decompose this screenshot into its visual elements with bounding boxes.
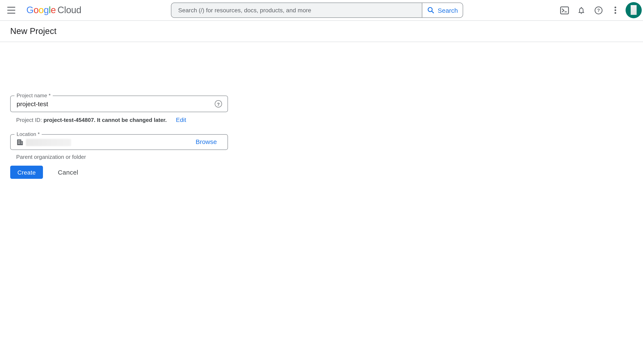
page-title-bar: New Project — [0, 21, 643, 42]
cancel-button[interactable]: Cancel — [54, 166, 83, 178]
browse-location-link[interactable]: Browse — [196, 138, 217, 145]
project-id-prefix: Project ID: — [16, 117, 44, 123]
project-id-line: Project ID: project-test-454807. It cann… — [16, 116, 186, 123]
cloud-shell-terminal-icon[interactable] — [556, 2, 573, 19]
app-header: GoogleCloud Search ? — [0, 0, 643, 21]
more-vert-icon[interactable] — [607, 2, 624, 19]
page-title: New Project — [10, 26, 57, 36]
search-icon — [427, 6, 435, 14]
svg-text:?: ? — [597, 8, 600, 13]
avatar-image — [631, 5, 637, 15]
header-search: Search — [171, 2, 463, 18]
menu-icon[interactable] — [7, 6, 17, 14]
location-value-redacted — [26, 139, 71, 146]
organization-building-icon — [16, 138, 24, 148]
location-label: Location * — [15, 131, 42, 137]
search-button[interactable]: Search — [422, 2, 463, 18]
search-button-label: Search — [438, 6, 458, 14]
project-name-input[interactable] — [11, 96, 228, 112]
search-input[interactable] — [171, 2, 422, 18]
logo-letter: e — [51, 5, 56, 15]
form-actions: Create Cancel — [10, 166, 83, 179]
gcp-new-project-page: GoogleCloud Search ? — [0, 0, 643, 364]
location-helper-text: Parent organization or folder — [16, 154, 86, 160]
google-cloud-logo[interactable]: GoogleCloud — [26, 5, 81, 16]
location-field[interactable]: Location * Browse — [10, 134, 228, 150]
avatar[interactable] — [625, 2, 642, 18]
logo-letter: g — [44, 5, 49, 15]
project-id-value: project-test-454807. It cannot be change… — [44, 117, 167, 123]
create-button[interactable]: Create — [10, 166, 43, 179]
logo-letter: o — [39, 5, 44, 15]
logo-cloud-text: Cloud — [57, 5, 81, 15]
new-project-form: Project name * ? Project ID: project-tes… — [0, 42, 643, 364]
project-name-field: Project name * ? — [10, 96, 228, 112]
project-name-help-icon[interactable]: ? — [215, 100, 222, 108]
notifications-bell-icon[interactable] — [573, 2, 590, 19]
help-icon[interactable]: ? — [590, 2, 607, 19]
logo-letter: G — [26, 5, 34, 15]
header-actions: ? — [556, 0, 643, 20]
edit-project-id-link[interactable]: Edit — [176, 116, 186, 123]
logo-letter: o — [34, 5, 39, 15]
